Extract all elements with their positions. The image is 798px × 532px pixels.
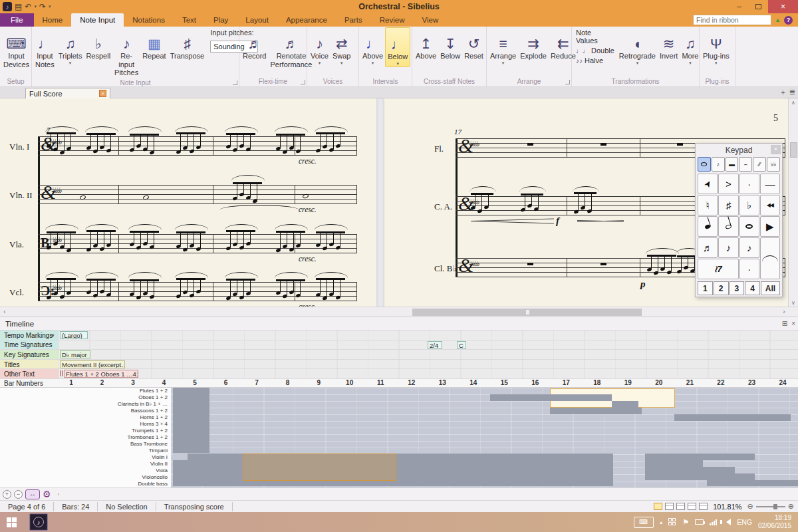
cross-staff-reset-button[interactable]: ↺Reset: [462, 27, 485, 61]
timeline-event-chip[interactable]: C: [457, 341, 466, 349]
rest-key[interactable]: ≀7: [698, 259, 739, 279]
touch-keyboard-icon[interactable]: ⌨: [634, 517, 654, 528]
timeline-row-content-titles[interactable]: Movement II (excerpt…: [59, 360, 798, 369]
scroll-right-icon[interactable]: ›: [779, 307, 789, 317]
new-tab-icon[interactable]: +: [781, 88, 785, 96]
dialog-launcher-icon[interactable]: [301, 80, 305, 84]
ribbon-tab-notations[interactable]: Notations: [124, 13, 174, 27]
articulations-tab[interactable]: ⌢: [739, 157, 752, 172]
tab-list-icon[interactable]: ≣: [789, 88, 795, 96]
input-devices-button[interactable]: ⌨Input Devices: [1, 27, 31, 69]
mouse-pointer-key[interactable]: ➤: [698, 174, 718, 194]
timeline-row-label-tempo-markings[interactable]: Tempo Markings▼: [0, 331, 59, 340]
speaker-icon[interactable]: [723, 519, 731, 525]
timeline-float-icon[interactable]: ⊞: [782, 320, 787, 327]
scroll-left-icon[interactable]: ‹: [0, 307, 9, 317]
keypad-panel[interactable]: Keypad × ♪▬⌢∕∕♭♭ ➤>·—♮♯♭◀◀▶♬♪♪≀7· 1234Al…: [695, 143, 783, 297]
flat-key[interactable]: ♭: [739, 195, 759, 215]
voice-button-3[interactable]: 3: [730, 281, 745, 295]
network-signal-icon[interactable]: [710, 519, 717, 525]
reinput-pitches-button[interactable]: ♪Re-input Pitches: [112, 27, 140, 78]
action-center-flag-icon[interactable]: ⚑: [682, 518, 689, 527]
timeline-row-dropdown-icon[interactable]: ▼: [51, 333, 55, 338]
start-button[interactable]: [0, 512, 23, 532]
vertical-scroll-thumb[interactable]: [790, 142, 797, 158]
horizontal-scroll-thumb[interactable]: [412, 309, 642, 316]
timeline-row-label-titles[interactable]: Titles: [0, 360, 59, 369]
panorama-view-icon[interactable]: [665, 503, 674, 510]
timeline-row-content-time-signatures[interactable]: 2/4C: [59, 340, 798, 350]
tab-close-icon[interactable]: ×: [99, 90, 106, 97]
spread-view-icon[interactable]: [676, 503, 685, 510]
collapse-ribbon-icon[interactable]: ▲: [775, 17, 781, 23]
repeat-button[interactable]: ▦Repeat: [140, 27, 168, 61]
score-area[interactable]: 7Vln. I&♭♭♭♭cresc.Vln. II&♭♭♭♭cresc.Vla.…: [0, 98, 798, 307]
clock[interactable]: 18:19 02/06/2015: [758, 514, 791, 530]
find-in-ribbon-input[interactable]: [693, 15, 771, 25]
tray-expand-icon[interactable]: ▴: [660, 519, 662, 525]
sharp-key[interactable]: ♯: [718, 195, 738, 215]
eighth-note-key[interactable]: ♪: [718, 237, 738, 258]
help-icon[interactable]: ?: [784, 16, 793, 25]
timeline-row-label-time-signatures[interactable]: Time Signatures: [0, 340, 59, 350]
record-button[interactable]: ♬Record: [241, 27, 268, 61]
bar-numbers-row[interactable]: Bar Numbers12345678910111213141516171819…: [0, 379, 798, 388]
whole-note-key[interactable]: [739, 216, 759, 237]
ribbon-tab-play[interactable]: Play: [205, 13, 237, 27]
ribbon-tab-note-input[interactable]: Note Input: [71, 13, 124, 27]
voice-button-all[interactable]: All: [761, 281, 780, 295]
plug-ins-button[interactable]: ΨPlug-ins▾: [701, 27, 732, 66]
voice-button-1[interactable]: 1: [698, 281, 713, 295]
accidentals-tab[interactable]: ♭♭: [767, 157, 780, 172]
minimize-button[interactable]: –: [730, 0, 749, 13]
triplets-button[interactable]: ♫Triplets▾: [57, 27, 84, 66]
staccato-key[interactable]: ·: [739, 174, 759, 194]
arrange-button[interactable]: ≡Arrange▾: [488, 27, 518, 66]
cross-staff-below-button[interactable]: ↧Below: [438, 27, 462, 61]
ribbon-tab-file[interactable]: File: [0, 13, 34, 27]
timeline-zoom-in-button[interactable]: +: [3, 490, 11, 499]
timeline-settings-gear-icon[interactable]: ⚙: [43, 489, 51, 499]
natural-key[interactable]: ♮: [698, 195, 718, 215]
keypad-close-icon[interactable]: ×: [771, 145, 781, 154]
retrograde-button[interactable]: ◖Retrograde▾: [617, 27, 658, 66]
common-notes-tab[interactable]: [698, 157, 711, 172]
explode-button[interactable]: ⇉Explode: [518, 27, 549, 61]
tab-full-score[interactable]: Full Score ×: [25, 88, 110, 98]
language-indicator[interactable]: ENG: [737, 518, 752, 526]
cross-staff-above-button[interactable]: ↥Above: [414, 27, 438, 61]
jazz-articulations-tab[interactable]: ∕∕: [753, 157, 766, 172]
tray-windows-icon[interactable]: [668, 518, 676, 526]
timeline-event-chip[interactable]: Flutes 1 + 2 Oboes 1 …41…: [64, 370, 138, 378]
timeline-fit-width-button[interactable]: ↔: [25, 489, 40, 499]
play-key[interactable]: ▶: [760, 216, 780, 237]
interval-below-button[interactable]: ♩Below▾: [385, 27, 410, 67]
more-button[interactable]: ♫More▾: [680, 27, 700, 66]
ribbon-tab-view[interactable]: View: [413, 13, 447, 27]
quarter-note-key[interactable]: [698, 216, 718, 237]
restore-button[interactable]: [749, 0, 768, 13]
halve-button[interactable]: ♪♪Halve: [576, 57, 614, 65]
ribbon-tab-home[interactable]: Home: [34, 13, 72, 27]
ribbon-tab-review[interactable]: Review: [371, 13, 414, 27]
timeline-event-chip[interactable]: D♭ major: [60, 350, 90, 358]
double-button[interactable]: ♩♩Double: [576, 47, 614, 55]
ribbon-tab-appearance[interactable]: Appearance: [277, 13, 336, 27]
quarter-note-2-key[interactable]: ♪: [739, 237, 759, 258]
transpose-button[interactable]: ♯Transpose: [168, 27, 207, 61]
more-notes-tab[interactable]: ♪: [712, 157, 725, 172]
ribbon-tab-parts[interactable]: Parts: [336, 13, 371, 27]
scroll-up-icon[interactable]: ∧: [789, 98, 798, 107]
zoom-out-icon[interactable]: ⊖: [747, 502, 753, 511]
timeline-zoom-out-button[interactable]: −: [14, 490, 23, 499]
augmentation-dot-key[interactable]: ·: [739, 259, 759, 279]
interval-above-button[interactable]: ♩Above▾: [360, 27, 385, 66]
input-notes-button[interactable]: ♩Input Notes: [33, 27, 57, 69]
respell-button[interactable]: ♭Respell: [84, 27, 112, 61]
taskbar-sibelius-icon[interactable]: ♪: [29, 513, 48, 531]
vertical-scrollbar[interactable]: ∧ ∨: [788, 98, 798, 307]
page-view-icon[interactable]: [654, 503, 662, 510]
voice-button[interactable]: ♪Voice▾: [309, 27, 331, 66]
zoom-slider[interactable]: [756, 506, 785, 507]
sixteenth-note-key[interactable]: ♬: [698, 237, 718, 258]
